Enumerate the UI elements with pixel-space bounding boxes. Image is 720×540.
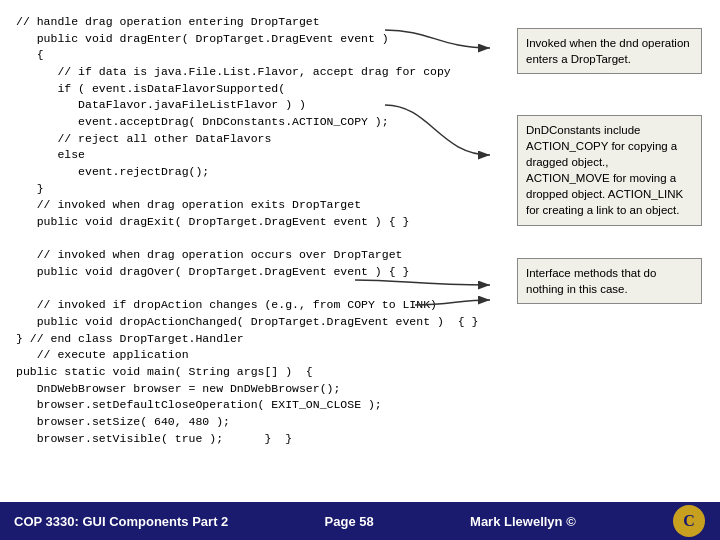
callout-1-text: Invoked when the dnd operation enters a …: [526, 37, 690, 65]
main-container: // handle drag operation entering DropTa…: [0, 0, 720, 540]
footer: COP 3330: GUI Components Part 2 Page 58 …: [0, 502, 720, 540]
callout-3-text: Interface methods that do nothing in thi…: [526, 267, 656, 295]
footer-left: COP 3330: GUI Components Part 2: [14, 514, 228, 529]
footer-logo: C: [672, 504, 706, 538]
callout-box-2: DnDConstants include ACTION_COPY for cop…: [517, 115, 702, 226]
callout-box-3: Interface methods that do nothing in thi…: [517, 258, 702, 304]
callout-2-text: DnDConstants include ACTION_COPY for cop…: [526, 124, 683, 216]
callout-box-1: Invoked when the dnd operation enters a …: [517, 28, 702, 74]
content-area: // handle drag operation entering DropTa…: [0, 0, 720, 502]
footer-right: Mark Llewellyn ©: [470, 514, 576, 529]
svg-text:C: C: [683, 512, 695, 529]
code-block: // handle drag operation entering DropTa…: [16, 14, 704, 447]
footer-center: Page 58: [325, 514, 374, 529]
